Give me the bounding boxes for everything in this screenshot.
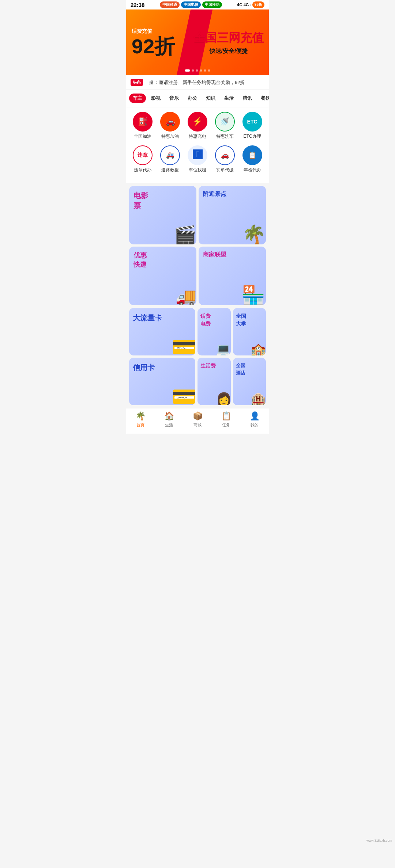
carrier-unicom: 中国联通 (160, 1, 180, 8)
tab-movie[interactable]: 影视 (147, 94, 164, 103)
charge-icon: ⚡ (188, 112, 207, 132)
nav-task-label: 任务 (222, 422, 230, 428)
dot-6[interactable] (208, 69, 210, 72)
banner-title-main: 全国三网充值 (192, 30, 265, 46)
tab-food[interactable]: 餐饮 (257, 94, 269, 103)
icon-nationwide-fuel[interactable]: ⛽ 全国加油 (131, 112, 154, 140)
card-hotel[interactable]: 全国酒店 🏨 (233, 358, 266, 405)
news-badge: 头条 (131, 79, 143, 86)
inspection-icon: 📋 (242, 145, 262, 165)
card-merchant-emoji: 🏪 (241, 286, 265, 305)
nav-profile-label: 我的 (251, 422, 259, 428)
university-label: 全国大学 (236, 312, 263, 328)
icon-parking[interactable]: 🅿 车位找租 (186, 145, 209, 173)
icon-inspection[interactable]: 📋 年检代办 (241, 145, 264, 173)
icon-discount-wash[interactable]: 🚿 特惠洗车 (213, 112, 237, 140)
data-sim-emoji: 💳 (172, 337, 195, 355)
charge-label: 特惠充电 (189, 134, 206, 140)
status-time: 22:38 (131, 2, 144, 8)
life-emoji: 👩 (216, 393, 231, 405)
dot-3[interactable] (196, 69, 198, 72)
data-sim-label: 大流量卡 (133, 313, 192, 323)
card-life[interactable]: 生活费 👩 (198, 358, 231, 405)
news-ticker[interactable]: 头条 豸：邀请注册、新手任务均得现金奖励，92折 (126, 75, 269, 90)
card-delivery-emoji: 🚚 (176, 288, 196, 305)
card-merchant-label: 商家联盟 (203, 251, 226, 259)
fine-icon: 🚗 (215, 145, 235, 165)
card-scenic[interactable]: 附近景点 🌴 (199, 186, 266, 244)
carrier-telecom: 中国电信 (181, 1, 201, 8)
tab-tencent[interactable]: 腾讯 (239, 94, 256, 103)
nav-home[interactable]: 🌴 首页 (126, 411, 155, 428)
dot-1[interactable] (185, 69, 190, 72)
shop-icon: 📦 (193, 411, 203, 421)
tab-knowledge[interactable]: 知识 (202, 94, 219, 103)
banner[interactable]: 话费充值 92折 全国三网充值 快速/安全/便捷 (126, 9, 269, 75)
life-nav-icon: 🏠 (164, 411, 174, 421)
profile-icon: 👤 (250, 411, 260, 421)
parking-icon: 🅿 (188, 145, 207, 165)
card-delivery[interactable]: 优惠快递 🚚 (129, 247, 196, 305)
tab-music[interactable]: 音乐 (166, 94, 183, 103)
nav-shop[interactable]: 📦 商城 (183, 411, 212, 428)
card-movie[interactable]: 电影票 🎬 (129, 186, 196, 244)
icon-discount-fuel[interactable]: 🚗 特惠加油 (158, 112, 182, 140)
nav-life[interactable]: 🏠 生活 (155, 411, 183, 428)
roadside-icon: 🚑 (160, 145, 180, 165)
card-movie-label: 电影票 (133, 190, 148, 211)
banner-dots (185, 69, 210, 72)
status-icons: 4G 4G+ 95折 (237, 1, 264, 8)
icon-discount-charge[interactable]: ⚡ 特惠充电 (186, 112, 209, 140)
discount-fuel-label: 特惠加油 (161, 134, 179, 140)
dot-4[interactable] (200, 69, 202, 72)
card-scenic-emoji: 🌴 (242, 225, 266, 244)
nav-profile[interactable]: 👤 我的 (240, 411, 269, 428)
wash-icon: 🚿 (215, 112, 235, 132)
fine-label: 罚单代缴 (216, 167, 234, 173)
phone-bill-emoji: 💻 (215, 343, 231, 355)
bottom-card-row2: 信用卡 💳 生活费 👩 全国酒店 🏨 (126, 358, 269, 408)
fuel-icon: ⛽ (133, 112, 153, 132)
card-data-sim[interactable]: 大流量卡 💳 (129, 308, 195, 355)
banner-right: 全国三网充值 快速/安全/便捷 (192, 30, 269, 55)
etc-icon: ETC (242, 112, 262, 132)
service-card-grid: 电影票 🎬 优惠快递 🚚 附近景点 🌴 商家联盟 🏪 (126, 183, 269, 308)
dot-5[interactable] (204, 69, 206, 72)
banner-subtitle: 话费充值 (132, 28, 187, 35)
tab-life[interactable]: 生活 (221, 94, 237, 103)
dot-2[interactable] (192, 69, 194, 72)
icon-grid: ⛽ 全国加油 🚗 特惠加油 ⚡ 特惠充电 🚿 特惠洗车 ETC ETC办理 违章… (126, 107, 269, 183)
home-icon: 🌴 (136, 411, 146, 421)
bottom-card-row1: 大流量卡 💳 话费电费 💻 全国大学 🏫 (126, 308, 269, 358)
icon-row-2: 违章 违章代办 🚑 道路救援 🅿 车位找租 🚗 罚单代缴 📋 年检代办 (129, 145, 266, 173)
inspection-label: 年检代办 (244, 167, 261, 173)
banner-discount: 92折 (132, 36, 187, 57)
news-divider (146, 80, 146, 85)
hotel-emoji: 🏨 (251, 393, 266, 405)
status-bar: 22:38 中国联通 中国电信 中国移动 4G 4G+ 95折 (126, 0, 269, 9)
card-credit[interactable]: 信用卡 💳 (129, 358, 195, 405)
card-phone-bill[interactable]: 话费电费 💻 (198, 308, 231, 355)
signal-badge: 95折 (252, 1, 264, 8)
card-movie-emoji: 🎬 (174, 226, 196, 244)
icon-violation[interactable]: 违章 违章代办 (131, 145, 154, 173)
wash-label: 特惠洗车 (216, 134, 234, 140)
nav-task[interactable]: 📋 任务 (212, 411, 240, 428)
banner-title-sub: 快速/安全/便捷 (192, 47, 265, 55)
card-university[interactable]: 全国大学 🏫 (233, 308, 266, 355)
tab-car-owner[interactable]: 车主 (129, 94, 146, 103)
etc-label: ETC办理 (244, 134, 261, 140)
icon-row-1: ⛽ 全国加油 🚗 特惠加油 ⚡ 特惠充电 🚿 特惠洗车 ETC ETC办理 (129, 112, 266, 140)
icon-etc[interactable]: ETC ETC办理 (241, 112, 264, 140)
category-tabs[interactable]: 车主 影视 音乐 办公 知识 生活 腾讯 餐饮 (126, 90, 269, 107)
card-merchant[interactable]: 商家联盟 🏪 (199, 247, 266, 305)
tab-office[interactable]: 办公 (184, 94, 201, 103)
icon-fine[interactable]: 🚗 罚单代缴 (213, 145, 237, 173)
phone-bill-label: 话费电费 (200, 312, 228, 328)
icon-roadside[interactable]: 🚑 道路救援 (158, 145, 182, 173)
network-4g: 4G (237, 3, 242, 7)
roadside-label: 道路救援 (161, 167, 179, 173)
nav-shop-label: 商城 (193, 422, 202, 428)
credit-label: 信用卡 (133, 363, 192, 373)
fuel-label: 全国加油 (134, 134, 151, 140)
